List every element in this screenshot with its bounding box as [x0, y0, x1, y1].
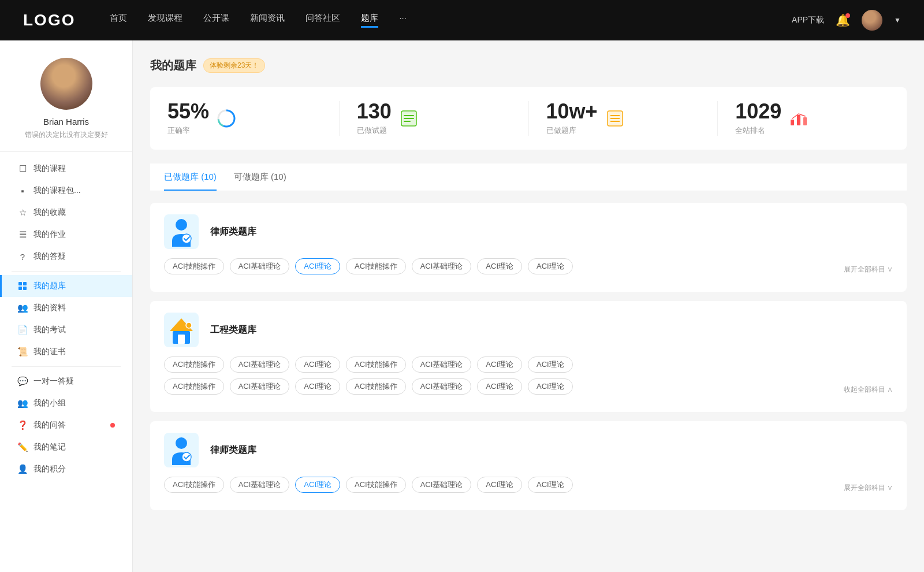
my-exam-label: 我的考试 — [33, 325, 115, 335]
tag-eng-4[interactable]: ACI基础理论 — [412, 356, 472, 373]
my-data-icon: 👥 — [17, 303, 28, 313]
stat-done-banks-text: 10w+ 已做题库 — [546, 101, 598, 136]
user-dropdown-arrow[interactable]: ▼ — [894, 16, 901, 24]
profile-avatar-image — [40, 58, 92, 110]
bank-title-engineer: 工程类题库 — [210, 324, 256, 336]
stat-ranking-label: 全站排名 — [735, 125, 781, 136]
my-questions-icon: ❓ — [17, 420, 28, 430]
svg-rect-23 — [178, 335, 185, 344]
tag-lawyer2-5[interactable]: ACI理论 — [477, 477, 522, 493]
svg-rect-0 — [18, 282, 22, 285]
tag-lawyer-1-0[interactable]: ACI技能操作 — [164, 258, 224, 274]
svg-point-24 — [186, 322, 192, 328]
sidebar: Brian Harris 错误的决定比没有决定要好 ☐ 我的课程 ▪ 我的课程包… — [0, 40, 133, 572]
tag-lawyer-1-4[interactable]: ACI基础理论 — [412, 258, 472, 274]
sidebar-item-my-data[interactable]: 👥 我的资料 — [0, 297, 132, 319]
tag-eng-r2-2[interactable]: ACI理论 — [295, 378, 340, 395]
sidebar-item-my-questions[interactable]: ❓ 我的问答 — [0, 414, 132, 436]
avatar-image — [862, 10, 882, 31]
tag-lawyer2-2[interactable]: ACI理论 — [295, 477, 340, 493]
my-notes-icon: ✏️ — [17, 442, 28, 452]
nav-home[interactable]: 首页 — [110, 13, 127, 28]
tag-lawyer-1-6[interactable]: ACI理论 — [528, 258, 573, 274]
tag-eng-6[interactable]: ACI理论 — [528, 356, 573, 373]
nav-discover[interactable]: 发现课程 — [148, 13, 182, 28]
favorites-label: 我的收藏 — [33, 207, 115, 218]
sidebar-menu: ☐ 我的课程 ▪ 我的课程包... ☆ 我的收藏 ☰ 我的作业 ? 我的答疑 — [0, 152, 132, 486]
nav-open-course[interactable]: 公开课 — [203, 13, 229, 28]
tag-eng-r2-3[interactable]: ACI技能操作 — [346, 378, 406, 395]
stat-accuracy-label: 正确率 — [167, 125, 209, 136]
nav-qa[interactable]: 问答社区 — [305, 13, 340, 28]
stat-accuracy-text: 55% 正确率 — [167, 101, 209, 136]
sidebar-item-my-qa[interactable]: ? 我的答疑 — [0, 246, 132, 268]
sidebar-item-my-group[interactable]: 👥 我的小组 — [0, 392, 132, 414]
bank-tags-lawyer-2: ACI技能操作 ACI基础理论 ACI理论 ACI技能操作 ACI基础理论 AC… — [164, 477, 844, 493]
sidebar-item-my-exam[interactable]: 📄 我的考试 — [0, 319, 132, 341]
tab-done-banks[interactable]: 已做题库 (10) — [164, 164, 217, 191]
tag-eng-0[interactable]: ACI技能操作 — [164, 356, 224, 373]
stat-done-questions-label: 已做试题 — [357, 125, 392, 136]
sidebar-item-course-package[interactable]: ▪ 我的课程包... — [0, 180, 132, 202]
page-wrapper: Brian Harris 错误的决定比没有决定要好 ☐ 我的课程 ▪ 我的课程包… — [0, 40, 924, 572]
notification-bell[interactable]: 🔔 — [836, 13, 850, 27]
svg-point-25 — [176, 437, 187, 449]
accuracy-icon — [216, 108, 237, 129]
nav-links: 首页 发现课程 公开课 新闻资讯 问答社区 题库 ··· — [110, 13, 792, 28]
bank-tags-lawyer-1: ACI技能操作 ACI基础理论 ACI理论 ACI技能操作 ACI基础理论 AC… — [164, 258, 844, 274]
sidebar-item-homework[interactable]: ☰ 我的作业 — [0, 224, 132, 246]
tag-eng-r2-6[interactable]: ACI理论 — [528, 378, 573, 395]
lawyer-icon-1 — [164, 214, 199, 249]
tag-lawyer2-3[interactable]: ACI技能操作 — [346, 477, 406, 493]
tag-lawyer-1-2[interactable]: ACI理论 — [295, 258, 340, 274]
tag-lawyer-1-3[interactable]: ACI技能操作 — [346, 258, 406, 274]
sidebar-item-favorites[interactable]: ☆ 我的收藏 — [0, 202, 132, 224]
tag-lawyer-1-1[interactable]: ACI基础理论 — [230, 258, 290, 274]
bank-card-engineer: 工程类题库 ACI技能操作 ACI基础理论 ACI理论 ACI技能操作 ACI基… — [150, 301, 907, 412]
app-download-link[interactable]: APP下载 — [792, 15, 824, 25]
my-courses-icon: ☐ — [17, 164, 28, 174]
tab-available-banks[interactable]: 可做题库 (10) — [234, 164, 286, 191]
tag-eng-2[interactable]: ACI理论 — [295, 356, 340, 373]
svg-rect-2 — [18, 287, 22, 290]
sidebar-item-my-points[interactable]: 👤 我的积分 — [0, 458, 132, 480]
sidebar-item-my-courses[interactable]: ☐ 我的课程 — [0, 158, 132, 180]
my-questions-label: 我的问答 — [33, 420, 108, 430]
user-avatar[interactable] — [862, 10, 882, 31]
nav-bank[interactable]: 题库 — [361, 13, 378, 28]
sidebar-item-my-bank[interactable]: 我的题库 — [0, 275, 132, 297]
my-qa-label: 我的答疑 — [33, 251, 115, 262]
tag-lawyer2-6[interactable]: ACI理论 — [528, 477, 573, 493]
tag-lawyer2-0[interactable]: ACI技能操作 — [164, 477, 224, 493]
tag-eng-r2-1[interactable]: ACI基础理论 — [230, 378, 290, 395]
nav-more[interactable]: ··· — [399, 13, 407, 28]
nav-news[interactable]: 新闻资讯 — [250, 13, 285, 28]
tag-eng-r2-0[interactable]: ACI技能操作 — [164, 378, 224, 395]
tag-lawyer2-4[interactable]: ACI基础理论 — [412, 477, 472, 493]
my-data-label: 我的资料 — [33, 303, 115, 313]
tag-eng-r2-5[interactable]: ACI理论 — [477, 378, 522, 395]
tag-lawyer2-1[interactable]: ACI基础理论 — [230, 477, 290, 493]
my-points-icon: 👤 — [17, 464, 28, 474]
one-on-one-label: 一对一答疑 — [33, 376, 115, 387]
sidebar-item-one-on-one[interactable]: 💬 一对一答疑 — [0, 370, 132, 392]
stat-done-questions-text: 130 已做试题 — [357, 101, 392, 136]
tag-lawyer-1-5[interactable]: ACI理论 — [477, 258, 522, 274]
expand-lawyer-2[interactable]: 展开全部科目 ∨ — [844, 483, 893, 493]
profile-avatar — [40, 58, 92, 110]
favorites-icon: ☆ — [17, 207, 28, 218]
tag-eng-r2-4[interactable]: ACI基础理论 — [412, 378, 472, 395]
stats-row: 55% 正确率 130 已做试题 — [150, 87, 907, 150]
tag-eng-3[interactable]: ACI技能操作 — [346, 356, 406, 373]
expand-lawyer-1[interactable]: 展开全部科目 ∨ — [844, 265, 893, 274]
notification-dot — [845, 13, 850, 18]
stat-done-questions-value: 130 — [357, 101, 392, 122]
sidebar-item-my-notes[interactable]: ✏️ 我的笔记 — [0, 436, 132, 458]
stat-done-banks-value: 10w+ — [546, 101, 598, 122]
collapse-engineer[interactable]: 收起全部科目 ∧ — [844, 385, 893, 395]
tag-eng-5[interactable]: ACI理论 — [477, 356, 522, 373]
tag-eng-1[interactable]: ACI基础理论 — [230, 356, 290, 373]
my-cert-label: 我的证书 — [33, 347, 115, 357]
svg-rect-1 — [23, 282, 27, 285]
sidebar-item-my-cert[interactable]: 📜 我的证书 — [0, 341, 132, 363]
